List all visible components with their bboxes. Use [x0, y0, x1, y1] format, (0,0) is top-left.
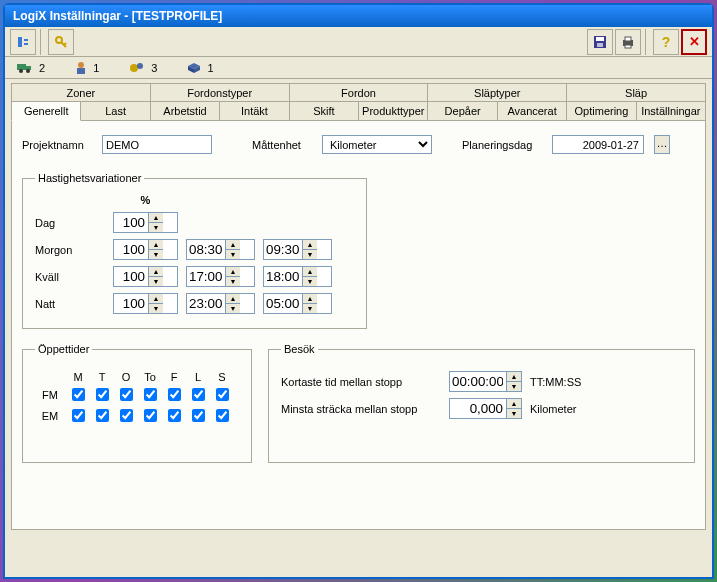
spin-down[interactable]: ▼: [148, 223, 163, 232]
day-header-f: F: [171, 371, 178, 383]
box-icon: [187, 62, 201, 74]
tab-generellt[interactable]: Generellt: [11, 101, 81, 121]
fm-checkbox-l[interactable]: [192, 388, 205, 401]
tab-fordon[interactable]: Fordon: [290, 83, 429, 102]
svg-point-19: [137, 63, 143, 69]
tab-fordonstyper[interactable]: Fordonstyper: [151, 83, 290, 102]
planeringsdag-value: 2009-01-27: [552, 135, 644, 154]
morgon-pct-spinner[interactable]: ▲▼: [113, 239, 178, 260]
natt-label: Natt: [35, 298, 105, 310]
fm-label: FM: [42, 389, 58, 401]
em-checkbox-s[interactable]: [216, 409, 229, 422]
spin-up[interactable]: ▲: [148, 213, 163, 223]
natt-to-spinner[interactable]: ▲▼: [263, 293, 332, 314]
em-checkbox-m[interactable]: [72, 409, 85, 422]
morgon-label: Morgon: [35, 244, 105, 256]
fm-checkbox-t[interactable]: [96, 388, 109, 401]
tab-produkttyper[interactable]: Produkttyper: [359, 101, 428, 121]
fm-checkbox-s[interactable]: [216, 388, 229, 401]
close-button[interactable]: ✕: [681, 29, 707, 55]
em-label: EM: [42, 410, 59, 422]
morgon-from-spinner[interactable]: ▲▼: [186, 239, 255, 260]
close-icon: ✕: [689, 34, 700, 49]
window-title: LogiX Inställningar - [TESTPROFILE]: [13, 9, 222, 23]
projektnamn-input[interactable]: [102, 135, 212, 154]
key-button[interactable]: [48, 29, 74, 55]
svg-line-5: [64, 43, 66, 45]
minsta-spinner[interactable]: ▲▼: [449, 398, 522, 419]
em-checkbox-to[interactable]: [144, 409, 157, 422]
dag-label: Dag: [35, 217, 105, 229]
tab-avancerat[interactable]: Avancerat: [498, 101, 567, 121]
kortaste-spinner[interactable]: ▲▼: [449, 371, 522, 392]
help-icon: ?: [662, 34, 671, 50]
kvall-label: Kväll: [35, 271, 105, 283]
morgon-to-spinner[interactable]: ▲▼: [263, 239, 332, 260]
toolbar: ? ✕: [5, 27, 712, 57]
tab-dep-er[interactable]: Depåer: [428, 101, 497, 121]
mattenhet-label: Måttenhet: [252, 139, 312, 151]
em-checkbox-l[interactable]: [192, 409, 205, 422]
dag-pct-spinner[interactable]: ▲▼: [113, 212, 178, 233]
fm-checkbox-m[interactable]: [72, 388, 85, 401]
day-header-m: M: [73, 371, 82, 383]
tab-optimering[interactable]: Optimering: [567, 101, 636, 121]
save-button[interactable]: [587, 29, 613, 55]
day-header-t: T: [99, 371, 106, 383]
day-header-l: L: [195, 371, 201, 383]
tab-last[interactable]: Last: [81, 101, 150, 121]
tab-skift[interactable]: Skift: [290, 101, 359, 121]
kvall-to-spinner[interactable]: ▲▼: [263, 266, 332, 287]
mattenhet-select[interactable]: Kilometer: [322, 135, 432, 154]
planeringsdag-picker-button[interactable]: …: [654, 135, 670, 154]
percent-header: %: [113, 194, 178, 206]
projektnamn-label: Projektnamn: [22, 139, 92, 151]
svg-rect-17: [77, 68, 85, 74]
tab-sl-p[interactable]: Släp: [567, 83, 706, 102]
tab-inst-llningar[interactable]: Inställningar: [637, 101, 706, 121]
status-trucks: 2: [17, 62, 45, 74]
svg-rect-1: [24, 39, 28, 41]
natt-from-spinner[interactable]: ▲▼: [186, 293, 255, 314]
fm-checkbox-to[interactable]: [144, 388, 157, 401]
em-checkbox-o[interactable]: [120, 409, 133, 422]
em-checkbox-t[interactable]: [96, 409, 109, 422]
besok-legend: Besök: [281, 343, 318, 355]
tab-zoner[interactable]: Zoner: [11, 83, 151, 102]
tab-sl-ptyper[interactable]: Släptyper: [428, 83, 567, 102]
status-bar: 2 1 3 1: [5, 57, 712, 79]
oppettider-legend: Öppettider: [35, 343, 92, 355]
day-header-s: S: [218, 371, 225, 383]
natt-pct-spinner[interactable]: ▲▼: [113, 293, 178, 314]
besok-group: Besök Kortaste tid mellan stopp ▲▼ TT:MM…: [268, 343, 695, 463]
planeringsdag-label: Planeringsdag: [462, 139, 542, 151]
svg-rect-7: [596, 37, 604, 41]
minsta-label: Minsta sträcka mellan stopp: [281, 403, 441, 415]
svg-point-18: [130, 64, 138, 72]
svg-point-16: [78, 62, 84, 68]
person-icon: [75, 61, 87, 75]
gears-icon: [129, 61, 145, 75]
kilometer-label: Kilometer: [530, 403, 576, 415]
svg-rect-2: [24, 43, 28, 45]
svg-point-14: [19, 69, 23, 73]
status-users: 1: [75, 61, 99, 75]
kvall-pct-spinner[interactable]: ▲▼: [113, 266, 178, 287]
svg-rect-10: [625, 37, 631, 41]
fm-checkbox-o[interactable]: [120, 388, 133, 401]
fm-checkbox-f[interactable]: [168, 388, 181, 401]
tab-int-kt[interactable]: Intäkt: [220, 101, 289, 121]
ttmmss-label: TT:MM:SS: [530, 376, 581, 388]
status-boxes: 1: [187, 62, 213, 74]
kvall-from-spinner[interactable]: ▲▼: [186, 266, 255, 287]
tab-arbetstid[interactable]: Arbetstid: [151, 101, 220, 121]
truck-icon: [17, 62, 33, 74]
hastighet-group: Hastighetsvariationer % Dag ▲▼ Morgon ▲▼…: [22, 172, 367, 329]
svg-rect-11: [625, 45, 631, 48]
day-header-o: O: [122, 371, 131, 383]
print-button[interactable]: [615, 29, 641, 55]
help-button[interactable]: ?: [653, 29, 679, 55]
kortaste-label: Kortaste tid mellan stopp: [281, 376, 441, 388]
em-checkbox-f[interactable]: [168, 409, 181, 422]
toggle-panel-button[interactable]: [10, 29, 36, 55]
